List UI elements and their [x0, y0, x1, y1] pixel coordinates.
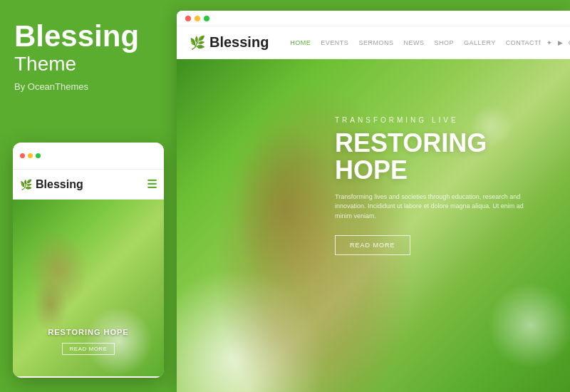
desktop-leaf-icon: 🌿 — [190, 35, 205, 51]
mobile-read-more-button[interactable]: READ MORE — [62, 343, 115, 355]
mobile-hamburger-icon[interactable]: ☰ — [147, 177, 157, 191]
nav-link-home[interactable]: HOME — [290, 39, 311, 46]
mobile-window-bar — [13, 143, 164, 170]
theme-author: By OceanThemes — [14, 81, 88, 92]
desktop-dot-red — [185, 16, 191, 21]
twitter-icon[interactable]: ✦ — [546, 39, 552, 46]
desktop-mockup: 🌿 Blessing HOME EVENTS SERMONS NEWS SHOP… — [177, 11, 570, 392]
hero-title: RESTORING HOPE — [335, 130, 534, 184]
leaf-icon: 🌿 — [20, 179, 32, 190]
hero-description: Transforming lives and societies through… — [335, 192, 534, 222]
mobile-dot-yellow — [28, 153, 33, 158]
hero-subtitle: TRANSFORMING LIVE — [335, 116, 534, 124]
nav-link-contact[interactable]: CONTACT — [506, 39, 539, 46]
nav-link-events[interactable]: EVENTS — [321, 39, 348, 46]
nav-link-sermons[interactable]: SERMONS — [358, 39, 393, 46]
mobile-nav: 🌿 Blessing ☰ — [13, 170, 164, 200]
left-panel: Blessing Theme By OceanThemes 🌿 Blessing… — [0, 0, 177, 392]
mobile-hero-image: RESTORING HOPE READ MORE — [13, 200, 164, 376]
mobile-logo: 🌿 Blessing — [20, 178, 83, 191]
desktop-logo: 🌿 Blessing — [190, 34, 269, 51]
mobile-logo-text: Blessing — [36, 178, 83, 191]
mobile-dot-red — [20, 153, 25, 158]
desktop-logo-text: Blessing — [209, 34, 269, 51]
desktop-nav-links: HOME EVENTS SERMONS NEWS SHOP GALLERY CO… — [290, 39, 539, 46]
mobile-overlay: RESTORING HOPE READ MORE — [13, 328, 164, 355]
mobile-dot-green — [36, 153, 41, 158]
desktop-dot-yellow — [195, 16, 200, 21]
rss-icon[interactable]: ▶ — [558, 39, 563, 46]
nav-link-gallery[interactable]: GALLERY — [464, 39, 496, 46]
desktop-hero: TRANSFORMING LIVE RESTORING HOPE Transfo… — [177, 59, 570, 392]
desktop-traffic-lights — [185, 16, 209, 21]
mobile-mockup: 🌿 Blessing ☰ RESTORING HOPE READ MORE — [13, 143, 164, 378]
mobile-traffic-lights — [20, 153, 41, 158]
theme-subtitle: Theme — [14, 53, 76, 76]
theme-title: Blessing — [14, 21, 139, 51]
hero-cta-button[interactable]: READ MORE — [335, 235, 410, 255]
facebook-icon[interactable]: f — [539, 39, 541, 46]
mobile-hero-title: RESTORING HOPE — [13, 328, 164, 336]
nav-link-shop[interactable]: SHOP — [434, 39, 454, 46]
hero-content: TRANSFORMING LIVE RESTORING HOPE Transfo… — [335, 116, 534, 255]
desktop-window-bar — [177, 11, 570, 26]
desktop-dot-green — [204, 16, 209, 21]
nav-link-news[interactable]: NEWS — [403, 39, 424, 46]
desktop-nav: 🌿 Blessing HOME EVENTS SERMONS NEWS SHOP… — [177, 26, 570, 59]
desktop-social-icons: f ✦ ▶ G+ ✉ — [539, 39, 570, 46]
